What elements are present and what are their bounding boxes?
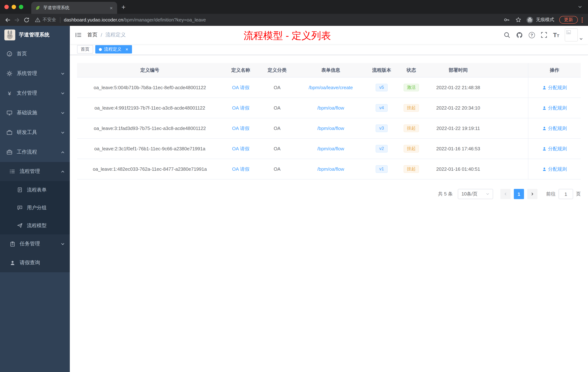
table-row: oa_leave:2:3c1f0ef1-76b1-11ec-9c66-a2380… <box>77 139 581 159</box>
fullscreen-icon[interactable] <box>540 31 548 39</box>
security-chip[interactable]: 不安全 <box>35 17 56 23</box>
page-size-select[interactable]: 10条/页 <box>458 189 493 199</box>
favicon-leaf-icon <box>35 5 40 11</box>
sidebar-item-label: 流程管理 <box>20 168 40 175</box>
definition-name-link[interactable]: OA 请假 <box>232 145 249 152</box>
sidebar-item-payment[interactable]: ¥ 支付管理 <box>0 83 70 103</box>
help-icon[interactable]: ? <box>529 32 535 38</box>
sidebar-item-process-model[interactable]: 流程模型 <box>0 217 70 234</box>
column-filler <box>491 63 528 77</box>
assign-rule-label: 分配规则 <box>548 166 567 172</box>
person-icon <box>542 106 546 110</box>
sidebar-item-task-management[interactable]: 任务管理 <box>0 234 70 253</box>
chevron-down-icon <box>486 192 489 196</box>
browser-tab[interactable]: 芋道管理系统 × <box>31 2 117 14</box>
sidebar-item-infrastructure[interactable]: 基础设施 <box>0 103 70 123</box>
font-size-icon[interactable]: TT <box>553 32 559 38</box>
maximize-window-button[interactable] <box>19 5 23 9</box>
table-header-row: 定义编号 定义名称 定义分类 表单信息 流程版本 状态 部署时间 操作 <box>77 63 581 77</box>
reload-icon[interactable] <box>22 15 31 25</box>
user-avatar-menu[interactable] <box>565 28 583 42</box>
address-bar[interactable]: dashboard.yudao.iocoder.cn/bpm/manager/d… <box>64 17 206 22</box>
chevron-down-icon <box>61 111 65 115</box>
browser-menu-kebab-icon[interactable] <box>581 17 583 23</box>
clipboard-icon <box>10 241 15 247</box>
cell-filler <box>491 77 528 98</box>
form-link[interactable]: /bpm/oa/flow <box>317 166 344 172</box>
tab-search-chevron-icon[interactable] <box>578 5 582 9</box>
definition-name-link[interactable]: OA 请假 <box>232 105 249 111</box>
cell-definition-id: oa_leave:4:991f2193-7b7f-11ec-a3c8-acde4… <box>77 98 222 118</box>
tag-close-icon[interactable]: × <box>126 47 128 52</box>
person-icon <box>10 260 15 266</box>
prev-page-button[interactable] <box>500 189 511 199</box>
chevron-down-icon <box>61 242 65 246</box>
chevron-down-icon <box>61 131 65 134</box>
browser-window: 芋道管理系统 × + 不安全 dashboard.yudao.iocoder.c… <box>0 0 588 372</box>
toolbar-divider <box>60 17 60 23</box>
definition-name-link[interactable]: OA 请假 <box>232 84 249 91</box>
status-badge: 挂起 <box>404 165 419 173</box>
broken-image-icon <box>566 30 571 34</box>
minimize-window-button[interactable] <box>12 5 16 9</box>
assign-rule-link[interactable]: 分配规则 <box>542 105 567 111</box>
version-badge: v5 <box>376 84 388 91</box>
tag-process-definition[interactable]: 流程定义 × <box>95 45 132 54</box>
tag-home[interactable]: 首页 <box>77 45 93 54</box>
update-chrome-button[interactable]: 更新 <box>559 16 578 24</box>
definition-name-link[interactable]: OA 请假 <box>232 125 249 131</box>
assign-rule-label: 分配规则 <box>548 84 567 91</box>
search-icon[interactable] <box>503 31 511 39</box>
yen-icon: ¥ <box>7 90 12 96</box>
sidebar-item-leave-query[interactable]: 请假查询 <box>0 253 70 272</box>
assign-rule-link[interactable]: 分配规则 <box>542 145 567 152</box>
sidebar-item-process-management[interactable]: 流程管理 <box>0 162 70 181</box>
assign-rule-link[interactable]: 分配规则 <box>542 166 567 172</box>
goto-page-input[interactable] <box>558 189 573 199</box>
bookmark-star-icon[interactable] <box>514 15 523 24</box>
assign-rule-link[interactable]: 分配规则 <box>542 125 567 131</box>
form-link[interactable]: /bpm/oa/flow <box>317 146 344 152</box>
password-key-icon[interactable] <box>502 15 511 24</box>
next-page-button[interactable] <box>527 189 537 199</box>
column-header: 流程版本 <box>366 63 397 77</box>
assign-rule-link[interactable]: 分配规则 <box>542 84 567 91</box>
sidebar-item-process-form[interactable]: 流程表单 <box>0 181 70 199</box>
tab-close-icon[interactable]: × <box>109 5 114 10</box>
content: 定义编号 定义名称 定义分类 表单信息 流程版本 状态 部署时间 操作 oa_l… <box>70 55 588 372</box>
app-navbar: 首页 / 流程定义 流程模型 - 定义列表 ? TT <box>70 26 588 44</box>
page-number-button[interactable]: 1 <box>514 189 524 199</box>
form-link[interactable]: /bpm/oa/flow <box>317 126 344 131</box>
version-badge: v3 <box>376 124 388 132</box>
form-link[interactable]: /bpm/oa/leave/create <box>309 85 353 90</box>
close-window-button[interactable] <box>4 5 9 9</box>
incognito-chip: 无痕模式 <box>526 16 554 23</box>
page-title: 流程模型 - 定义列表 <box>244 29 331 42</box>
breadcrumb-home[interactable]: 首页 <box>87 32 97 38</box>
form-link[interactable]: /bpm/oa/flow <box>317 105 344 111</box>
sidebar-toggle-hamburger-icon[interactable] <box>70 26 87 44</box>
column-header: 部署时间 <box>425 63 491 77</box>
cell-definition-id: oa_leave:3:1fad3d93-7b75-11ec-a3c8-acde4… <box>77 118 222 138</box>
cell-category: OA <box>259 77 295 98</box>
main-area: 首页 / 流程定义 流程模型 - 定义列表 ? TT <box>70 26 588 372</box>
definition-name-link[interactable]: OA 请假 <box>232 166 249 172</box>
github-icon[interactable] <box>516 31 523 39</box>
forward-icon[interactable] <box>12 15 22 25</box>
back-icon[interactable] <box>3 15 12 25</box>
tags-view: 首页 流程定义 × <box>70 44 588 55</box>
security-label: 不安全 <box>42 17 56 23</box>
sidebar-item-devtools[interactable]: 研发工具 <box>0 123 70 142</box>
sidebar-item-user-groups[interactable]: 用户分组 <box>0 199 70 217</box>
definition-table: 定义编号 定义名称 定义分类 表单信息 流程版本 状态 部署时间 操作 oa_l… <box>77 63 581 179</box>
cell-filler <box>491 98 528 118</box>
pager: 1 <box>500 189 537 199</box>
sidebar-item-workflow[interactable]: 工作流程 <box>0 142 70 162</box>
table-row: oa_leave:4:991f2193-7b7f-11ec-a3c8-acde4… <box>77 98 581 118</box>
sidebar-logo[interactable]: 芋道管理系统 <box>0 26 70 44</box>
breadcrumb-separator: / <box>101 32 102 38</box>
sidebar-item-home[interactable]: 首页 <box>0 44 70 64</box>
new-tab-button[interactable]: + <box>121 3 126 10</box>
cell-deploy-time: 2022-01-22 19:19:11 <box>425 118 491 138</box>
sidebar-item-system[interactable]: 系统管理 <box>0 64 70 83</box>
